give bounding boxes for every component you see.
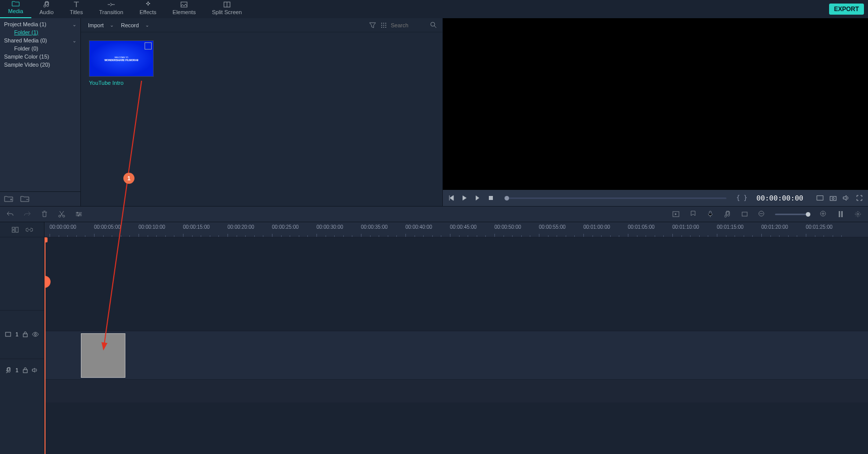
transition-icon	[107, 1, 115, 8]
zoom-fit-icon[interactable]	[837, 210, 845, 218]
svg-point-3	[383, 23, 384, 24]
zoom-in-icon[interactable]	[819, 210, 828, 218]
tab-label: Elements	[172, 9, 196, 15]
ruler-label: 00:00:00:00	[50, 224, 76, 230]
import-dropdown[interactable]: Import⌄	[86, 21, 116, 29]
playhead[interactable]	[44, 237, 45, 454]
tab-split-screen[interactable]: Split Screen	[204, 0, 250, 18]
media-tree: Project Media (1)⌄ Folder (1) Shared Med…	[0, 18, 80, 191]
play-icon[interactable]	[461, 194, 468, 201]
tab-audio[interactable]: Audio	[31, 0, 62, 18]
filter-icon[interactable]	[369, 21, 377, 29]
tree-sample-video[interactable]: Sample Video (20)	[0, 61, 80, 69]
search-input[interactable]	[391, 22, 426, 28]
audio-mixer-icon[interactable]	[723, 210, 732, 218]
prev-frame-icon[interactable]	[448, 194, 455, 201]
new-folder-icon[interactable]	[4, 195, 13, 203]
volume-icon[interactable]	[843, 194, 850, 201]
ruler-label: 00:00:20:00	[227, 224, 254, 230]
fullscreen-icon[interactable]	[856, 194, 863, 201]
ruler-label: 00:01:25:00	[806, 224, 833, 230]
next-frame-icon[interactable]	[474, 194, 481, 201]
svg-point-6	[383, 25, 384, 26]
tab-transition[interactable]: Transition	[91, 0, 131, 18]
mute-icon[interactable]	[32, 368, 38, 373]
preview-viewport	[443, 18, 868, 190]
tree-shared-media[interactable]: Shared Media (0)⌄	[0, 36, 80, 44]
track-number: 1	[15, 367, 18, 373]
ruler-label: 00:01:20:00	[761, 224, 788, 230]
clip-thumbnail: WELCOME TO WONDERSHARE FILMORA9	[89, 40, 154, 77]
edit-props-icon[interactable]	[75, 210, 83, 218]
export-button[interactable]: EXPORT	[829, 4, 864, 15]
mark-in-out-icon[interactable]: { }	[737, 194, 748, 201]
stop-icon[interactable]	[487, 194, 494, 201]
split-clip-icon[interactable]	[58, 210, 66, 218]
ruler-label: 00:00:35:00	[361, 224, 388, 230]
video-track-1[interactable]	[44, 331, 868, 379]
zoom-slider[interactable]	[775, 214, 810, 215]
eye-icon[interactable]	[32, 332, 39, 337]
delete-icon[interactable]	[40, 210, 49, 218]
clip-label: YouTube Intro	[89, 77, 154, 86]
record-dropdown[interactable]: Record⌄	[119, 21, 151, 29]
tab-media[interactable]: Media	[0, 0, 31, 18]
lock-icon[interactable]	[23, 331, 28, 337]
timeline-tracks[interactable]: 00:00:00:0000:00:05:0000:00:10:0000:00:1…	[44, 222, 868, 454]
svg-point-18	[78, 215, 79, 217]
tree-sample-color[interactable]: Sample Color (15)	[0, 53, 80, 61]
tab-titles[interactable]: Titles	[62, 0, 91, 18]
svg-rect-27	[12, 227, 15, 229]
tab-label: Audio	[39, 9, 54, 15]
search-icon[interactable]	[429, 21, 437, 29]
tab-elements[interactable]: Elements	[164, 0, 204, 18]
undo-icon[interactable]	[6, 210, 14, 218]
clip-drop-ghost	[81, 333, 125, 378]
svg-rect-14	[830, 196, 836, 200]
tree-folder-0[interactable]: Folder (0)	[0, 44, 80, 53]
render-icon[interactable]	[672, 210, 680, 218]
render-preview-icon[interactable]	[816, 194, 824, 201]
media-grid: WELCOME TO WONDERSHARE FILMORA9 YouTube …	[81, 32, 442, 206]
audio-track-1[interactable]	[44, 379, 868, 402]
crop-icon[interactable]	[741, 210, 749, 218]
preview-timecode: 00:00:00:00	[756, 194, 803, 202]
voiceover-icon[interactable]	[706, 210, 714, 218]
tab-label: Split Screen	[212, 9, 242, 15]
toggle-track-height-icon[interactable]	[11, 226, 19, 234]
ruler-label: 00:01:00:00	[583, 224, 610, 230]
preview-progress[interactable]	[505, 197, 726, 199]
top-tab-bar: Media Audio Titles Transition Effects El…	[0, 0, 868, 18]
chevron-down-icon: ⌄	[72, 38, 76, 43]
video-track-header[interactable]: 1	[0, 310, 44, 359]
svg-point-10	[385, 27, 386, 28]
svg-point-2	[381, 23, 382, 24]
timeline-track-headers: 1 1	[0, 222, 44, 454]
tree-folder-1[interactable]: Folder (1)	[0, 28, 80, 36]
tab-effects[interactable]: Effects	[131, 0, 164, 18]
grid-view-icon[interactable]	[380, 21, 388, 29]
zoom-out-icon[interactable]	[758, 210, 766, 218]
settings-icon[interactable]	[854, 210, 862, 218]
snapshot-icon[interactable]	[830, 194, 837, 201]
split-icon	[223, 1, 231, 8]
svg-point-16	[77, 212, 78, 214]
marker-icon[interactable]	[689, 210, 697, 218]
ruler-label: 00:00:50:00	[494, 224, 521, 230]
tracks-area[interactable]	[44, 237, 868, 454]
link-icon[interactable]	[25, 226, 33, 234]
clip-youtube-intro[interactable]: WELCOME TO WONDERSHARE FILMORA9 YouTube …	[89, 40, 154, 86]
svg-rect-24	[839, 211, 840, 217]
redo-icon[interactable]	[23, 210, 31, 218]
timeline-ruler[interactable]: 00:00:00:0000:00:05:0000:00:10:0000:00:1…	[44, 222, 868, 237]
folder-icon	[12, 0, 20, 7]
tab-label: Titles	[70, 9, 83, 15]
ruler-label: 00:00:30:00	[316, 224, 343, 230]
ruler-label: 00:00:45:00	[450, 224, 477, 230]
delete-folder-icon[interactable]	[20, 195, 29, 203]
media-panel: Import⌄ Record⌄ WELCOME TO WONDERSHARE F…	[81, 18, 443, 206]
audio-track-header[interactable]: 1	[0, 359, 44, 382]
track-number: 1	[15, 331, 18, 337]
tree-project-media[interactable]: Project Media (1)⌄	[0, 20, 80, 28]
lock-icon[interactable]	[23, 367, 28, 373]
